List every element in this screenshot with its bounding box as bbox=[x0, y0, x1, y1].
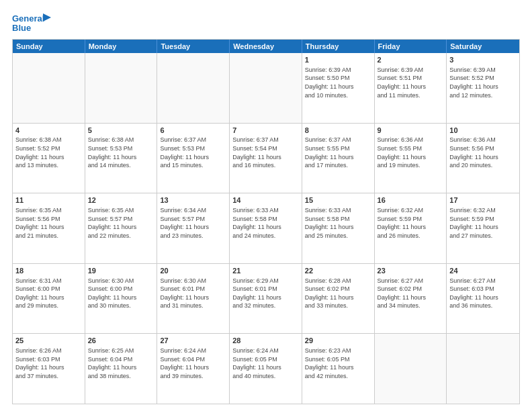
day-info: Sunrise: 6:38 AM Sunset: 5:53 PM Dayligh… bbox=[88, 136, 154, 169]
cal-cell: 8Sunrise: 6:37 AM Sunset: 5:55 PM Daylig… bbox=[302, 124, 375, 193]
cal-cell: 23Sunrise: 6:27 AM Sunset: 6:02 PM Dayli… bbox=[375, 264, 447, 334]
cal-cell bbox=[375, 334, 447, 404]
header-day-friday: Friday bbox=[375, 40, 447, 53]
day-number: 22 bbox=[305, 266, 371, 276]
day-number: 20 bbox=[160, 266, 226, 276]
logo-area: GeneralBlue bbox=[12, 11, 52, 35]
day-info: Sunrise: 6:25 AM Sunset: 6:04 PM Dayligh… bbox=[88, 347, 154, 380]
day-info: Sunrise: 6:30 AM Sunset: 6:00 PM Dayligh… bbox=[88, 277, 154, 310]
cal-cell: 20Sunrise: 6:30 AM Sunset: 6:01 PM Dayli… bbox=[157, 264, 230, 334]
day-number: 2 bbox=[378, 55, 444, 65]
day-info: Sunrise: 6:24 AM Sunset: 6:05 PM Dayligh… bbox=[232, 347, 299, 380]
cal-cell: 16Sunrise: 6:32 AM Sunset: 5:59 PM Dayli… bbox=[375, 193, 447, 263]
day-number: 13 bbox=[160, 195, 226, 205]
calendar: SundayMondayTuesdayWednesdayThursdayFrid… bbox=[12, 39, 520, 404]
cal-cell: 26Sunrise: 6:25 AM Sunset: 6:04 PM Dayli… bbox=[85, 334, 158, 404]
day-info: Sunrise: 6:35 AM Sunset: 5:57 PM Dayligh… bbox=[88, 206, 154, 240]
day-info: Sunrise: 6:39 AM Sunset: 5:50 PM Dayligh… bbox=[305, 66, 371, 99]
day-number: 21 bbox=[232, 266, 299, 276]
cal-cell: 4Sunrise: 6:38 AM Sunset: 5:52 PM Daylig… bbox=[13, 124, 85, 193]
header-day-monday: Monday bbox=[85, 40, 158, 53]
cal-cell: 27Sunrise: 6:24 AM Sunset: 6:04 PM Dayli… bbox=[157, 334, 230, 404]
header-day-saturday: Saturday bbox=[447, 40, 519, 53]
header-day-wednesday: Wednesday bbox=[230, 40, 302, 53]
day-number: 27 bbox=[160, 336, 226, 346]
day-info: Sunrise: 6:38 AM Sunset: 5:52 PM Dayligh… bbox=[15, 136, 82, 169]
day-info: Sunrise: 6:37 AM Sunset: 5:54 PM Dayligh… bbox=[232, 136, 299, 169]
day-number: 1 bbox=[305, 55, 371, 65]
day-info: Sunrise: 6:27 AM Sunset: 6:03 PM Dayligh… bbox=[449, 277, 517, 310]
day-number: 4 bbox=[15, 126, 82, 136]
day-number: 14 bbox=[232, 195, 299, 205]
cal-cell: 13Sunrise: 6:34 AM Sunset: 5:57 PM Dayli… bbox=[157, 193, 230, 263]
day-number: 9 bbox=[378, 126, 444, 136]
day-info: Sunrise: 6:36 AM Sunset: 5:55 PM Dayligh… bbox=[378, 136, 444, 169]
day-number: 18 bbox=[15, 266, 82, 276]
day-number: 23 bbox=[378, 266, 444, 276]
cal-row-3: 18Sunrise: 6:31 AM Sunset: 6:00 PM Dayli… bbox=[13, 263, 519, 334]
day-number: 6 bbox=[160, 126, 226, 136]
cal-cell: 5Sunrise: 6:38 AM Sunset: 5:53 PM Daylig… bbox=[85, 124, 158, 193]
cal-cell bbox=[230, 53, 302, 123]
cal-row-1: 4Sunrise: 6:38 AM Sunset: 5:52 PM Daylig… bbox=[13, 123, 519, 193]
day-info: Sunrise: 6:33 AM Sunset: 5:58 PM Dayligh… bbox=[305, 206, 371, 240]
cal-cell: 7Sunrise: 6:37 AM Sunset: 5:54 PM Daylig… bbox=[230, 124, 302, 193]
cal-cell: 10Sunrise: 6:36 AM Sunset: 5:56 PM Dayli… bbox=[447, 124, 519, 193]
day-number: 25 bbox=[15, 336, 82, 346]
day-number: 24 bbox=[449, 266, 517, 276]
cal-cell: 22Sunrise: 6:28 AM Sunset: 6:02 PM Dayli… bbox=[302, 264, 375, 334]
svg-text:General: General bbox=[12, 13, 44, 24]
day-number: 12 bbox=[88, 195, 154, 205]
header-day-thursday: Thursday bbox=[302, 40, 375, 53]
day-number: 17 bbox=[449, 195, 517, 205]
day-number: 3 bbox=[449, 55, 517, 65]
cal-cell: 6Sunrise: 6:37 AM Sunset: 5:53 PM Daylig… bbox=[157, 124, 230, 193]
day-number: 10 bbox=[449, 126, 517, 136]
cal-cell: 19Sunrise: 6:30 AM Sunset: 6:00 PM Dayli… bbox=[85, 264, 158, 334]
day-number: 8 bbox=[305, 126, 371, 136]
svg-marker-1 bbox=[43, 13, 51, 21]
day-info: Sunrise: 6:33 AM Sunset: 5:58 PM Dayligh… bbox=[232, 206, 299, 240]
day-info: Sunrise: 6:31 AM Sunset: 6:00 PM Dayligh… bbox=[15, 277, 82, 310]
header: GeneralBlue bbox=[12, 11, 520, 35]
cal-cell: 1Sunrise: 6:39 AM Sunset: 5:50 PM Daylig… bbox=[302, 53, 375, 123]
day-number: 28 bbox=[232, 336, 299, 346]
header-day-tuesday: Tuesday bbox=[157, 40, 230, 53]
day-info: Sunrise: 6:29 AM Sunset: 6:01 PM Dayligh… bbox=[232, 277, 299, 310]
cal-row-2: 11Sunrise: 6:35 AM Sunset: 5:56 PM Dayli… bbox=[13, 193, 519, 263]
calendar-header: SundayMondayTuesdayWednesdayThursdayFrid… bbox=[13, 40, 519, 53]
day-info: Sunrise: 6:26 AM Sunset: 6:03 PM Dayligh… bbox=[15, 347, 82, 380]
day-info: Sunrise: 6:30 AM Sunset: 6:01 PM Dayligh… bbox=[160, 277, 226, 310]
day-info: Sunrise: 6:36 AM Sunset: 5:56 PM Dayligh… bbox=[449, 136, 517, 169]
cal-cell: 9Sunrise: 6:36 AM Sunset: 5:55 PM Daylig… bbox=[375, 124, 447, 193]
day-number: 11 bbox=[15, 195, 82, 205]
day-number: 19 bbox=[88, 266, 154, 276]
cal-cell bbox=[157, 53, 230, 123]
cal-cell: 12Sunrise: 6:35 AM Sunset: 5:57 PM Dayli… bbox=[85, 193, 158, 263]
cal-cell: 29Sunrise: 6:23 AM Sunset: 6:05 PM Dayli… bbox=[302, 334, 375, 404]
day-info: Sunrise: 6:34 AM Sunset: 5:57 PM Dayligh… bbox=[160, 206, 226, 240]
day-info: Sunrise: 6:39 AM Sunset: 5:52 PM Dayligh… bbox=[449, 66, 517, 99]
cal-cell: 24Sunrise: 6:27 AM Sunset: 6:03 PM Dayli… bbox=[447, 264, 519, 334]
day-number: 26 bbox=[88, 336, 154, 346]
day-info: Sunrise: 6:39 AM Sunset: 5:51 PM Dayligh… bbox=[378, 66, 444, 99]
cal-cell: 28Sunrise: 6:24 AM Sunset: 6:05 PM Dayli… bbox=[230, 334, 302, 404]
day-info: Sunrise: 6:23 AM Sunset: 6:05 PM Dayligh… bbox=[305, 347, 371, 380]
day-number: 5 bbox=[88, 126, 154, 136]
day-info: Sunrise: 6:37 AM Sunset: 5:53 PM Dayligh… bbox=[160, 136, 226, 169]
day-number: 16 bbox=[378, 195, 444, 205]
cal-cell: 11Sunrise: 6:35 AM Sunset: 5:56 PM Dayli… bbox=[13, 193, 85, 263]
day-info: Sunrise: 6:28 AM Sunset: 6:02 PM Dayligh… bbox=[305, 277, 371, 310]
cal-cell: 25Sunrise: 6:26 AM Sunset: 6:03 PM Dayli… bbox=[13, 334, 85, 404]
cal-row-0: 1Sunrise: 6:39 AM Sunset: 5:50 PM Daylig… bbox=[13, 53, 519, 123]
page: GeneralBlue SundayMondayTuesdayWednesday… bbox=[0, 0, 532, 411]
cal-cell bbox=[85, 53, 158, 123]
cal-cell: 21Sunrise: 6:29 AM Sunset: 6:01 PM Dayli… bbox=[230, 264, 302, 334]
day-info: Sunrise: 6:35 AM Sunset: 5:56 PM Dayligh… bbox=[15, 206, 82, 240]
cal-cell: 15Sunrise: 6:33 AM Sunset: 5:58 PM Dayli… bbox=[302, 193, 375, 263]
cal-cell: 3Sunrise: 6:39 AM Sunset: 5:52 PM Daylig… bbox=[447, 53, 519, 123]
cal-cell bbox=[13, 53, 85, 123]
cal-cell bbox=[447, 334, 519, 404]
calendar-body: 1Sunrise: 6:39 AM Sunset: 5:50 PM Daylig… bbox=[13, 53, 519, 404]
cal-cell: 14Sunrise: 6:33 AM Sunset: 5:58 PM Dayli… bbox=[230, 193, 302, 263]
